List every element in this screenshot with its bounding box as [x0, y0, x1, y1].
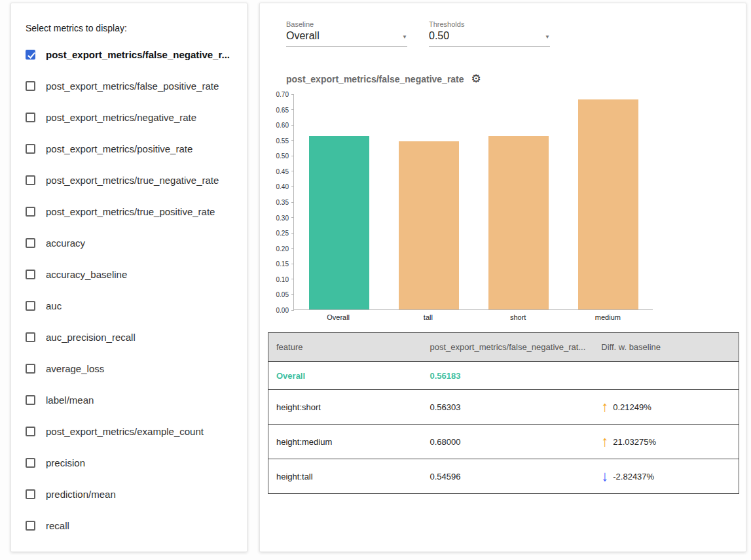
- table-row: height:tall0.54596↓-2.82437%: [268, 459, 739, 494]
- thresholds-select[interactable]: 0.50 ▼: [429, 30, 550, 47]
- y-axis-tick: [291, 279, 294, 279]
- x-axis-label: medium: [595, 313, 621, 321]
- metric-label: post_export_metrics/true_positive_rate: [46, 206, 215, 217]
- metric-item[interactable]: accuracy_baseline: [24, 258, 238, 290]
- table-row: height:short0.56303↑0.21249%: [268, 390, 739, 425]
- diff-cell: ↓-2.82437%: [593, 459, 739, 494]
- metric-checkbox[interactable]: [26, 175, 35, 185]
- metric-item[interactable]: post_export_metrics/positive_rate: [24, 133, 238, 164]
- thresholds-label: Thresholds: [429, 20, 550, 28]
- metric-item[interactable]: auc_precision_recall: [24, 321, 238, 353]
- metric-label: post_export_metrics/positive_rate: [46, 143, 192, 154]
- y-axis-tick-label: 0.40: [276, 183, 289, 190]
- metric-checkbox[interactable]: [26, 270, 35, 279]
- diff-cell: ↑21.03275%: [593, 425, 739, 459]
- metric-item[interactable]: post_export_metrics/false_negative_r...: [24, 39, 238, 70]
- y-axis-tick: [291, 294, 294, 295]
- metric-item[interactable]: post_export_metrics/true_positive_rate: [24, 196, 238, 227]
- value-cell: 0.56303: [422, 390, 594, 425]
- metric-item[interactable]: post_export_metrics/false_positive_rate: [24, 70, 238, 101]
- y-axis-tick: [291, 186, 294, 187]
- x-axis-label: short: [510, 313, 526, 321]
- table-header-cell: feature: [268, 333, 422, 362]
- diff-value: -2.82437%: [613, 472, 654, 481]
- bar-short[interactable]: [488, 136, 549, 309]
- metric-checkbox[interactable]: [26, 364, 35, 374]
- metric-checkbox[interactable]: [26, 81, 35, 91]
- metric-checkbox[interactable]: [26, 489, 35, 499]
- metric-checkbox[interactable]: [26, 521, 35, 531]
- diff-cell: [593, 362, 739, 390]
- metric-item[interactable]: average_loss: [24, 353, 238, 384]
- baseline-select[interactable]: Overall ▼: [286, 30, 407, 47]
- metric-item[interactable]: post_export_metrics/negative_rate: [24, 101, 238, 133]
- metric-item[interactable]: prediction/mean: [24, 478, 238, 510]
- metric-checkbox[interactable]: [26, 458, 35, 468]
- y-axis-tick-label: 0.30: [276, 214, 289, 221]
- table-header-cell: post_export_metrics/false_negative_rat..…: [422, 333, 594, 362]
- metric-checkbox[interactable]: [26, 207, 35, 217]
- metric-checkbox[interactable]: [26, 301, 35, 311]
- y-axis-tick-label: 0.20: [276, 245, 289, 252]
- y-axis-tick-label: 0.15: [276, 260, 289, 268]
- metric-checkbox[interactable]: [26, 395, 35, 405]
- metric-item[interactable]: auc: [24, 290, 238, 321]
- baseline-label: Baseline: [286, 20, 407, 28]
- y-axis-tick: [291, 125, 294, 126]
- chart-header: post_export_metrics/false_negative_rate …: [286, 73, 739, 84]
- y-axis-tick: [291, 156, 294, 156]
- y-axis-tick: [291, 248, 294, 249]
- bar-medium[interactable]: [578, 99, 638, 309]
- metric-item[interactable]: accuracy: [24, 227, 238, 258]
- y-axis-tick-label: 0.45: [276, 167, 289, 175]
- metric-checkbox[interactable]: [26, 50, 35, 60]
- fairness-indicators-page: Select metrics to display: post_export_m…: [0, 0, 751, 560]
- value-cell: 0.68000: [422, 425, 594, 459]
- gear-icon[interactable]: ⚙: [471, 73, 481, 84]
- feature-cell: height:short: [268, 390, 422, 425]
- baseline-value: Overall: [286, 30, 320, 42]
- metric-checkbox[interactable]: [26, 238, 35, 248]
- chart-title: post_export_metrics/false_negative_rate: [286, 74, 464, 84]
- metrics-table: featurepost_export_metrics/false_negativ…: [268, 332, 739, 494]
- up-arrow-icon: ↑: [601, 398, 608, 415]
- up-arrow-icon: ↑: [601, 433, 608, 449]
- bar-overall[interactable]: [309, 136, 369, 309]
- y-axis: 0.000.050.100.150.200.250.300.350.400.45…: [267, 94, 293, 310]
- metric-item[interactable]: post_export_metrics/example_count: [24, 415, 238, 447]
- metric-item[interactable]: recall: [24, 510, 238, 541]
- metric-label: post_export_metrics/false_negative_r...: [46, 49, 230, 60]
- metric-label: auc_precision_recall: [46, 332, 136, 343]
- diff-cell: ↑0.21249%: [593, 390, 739, 425]
- feature-cell: height:tall: [268, 459, 422, 494]
- metric-item[interactable]: post_export_metrics/true_negative_rate: [24, 164, 238, 196]
- metric-checkbox[interactable]: [26, 427, 35, 436]
- plot-area: [293, 94, 653, 310]
- y-axis-tick: [291, 140, 294, 141]
- metric-label: post_export_metrics/example_count: [46, 426, 204, 437]
- value-cell: 0.54596: [422, 459, 594, 494]
- metric-label: auc: [46, 300, 62, 311]
- results-panel: Baseline Overall ▼ Thresholds 0.50 ▼ pos…: [259, 3, 746, 552]
- metric-selector-panel: Select metrics to display: post_export_m…: [10, 3, 247, 552]
- metric-label: accuracy_baseline: [46, 269, 127, 280]
- bar-chart: 0.000.050.100.150.200.250.300.350.400.45…: [267, 94, 739, 322]
- table-header-cell: Diff. w. baseline: [593, 333, 739, 362]
- table-body: Overall0.56183height:short0.56303↑0.2124…: [268, 362, 739, 494]
- bar-tall[interactable]: [399, 141, 459, 309]
- metric-label: recall: [46, 520, 69, 531]
- y-axis-tick-label: 0.00: [276, 307, 289, 314]
- metric-list: post_export_metrics/false_negative_r...p…: [24, 39, 238, 541]
- table-head: featurepost_export_metrics/false_negativ…: [268, 333, 739, 362]
- y-axis-tick-label: 0.60: [276, 122, 289, 129]
- metric-item[interactable]: precision: [24, 447, 238, 478]
- metric-checkbox[interactable]: [26, 113, 35, 122]
- metric-checkbox[interactable]: [26, 144, 35, 154]
- metric-item[interactable]: label/mean: [24, 384, 238, 415]
- y-axis-tick: [291, 202, 294, 203]
- y-axis-tick-label: 0.70: [276, 91, 289, 98]
- y-axis-tick: [291, 217, 294, 218]
- metric-label: post_export_metrics/false_positive_rate: [46, 80, 219, 92]
- x-axis-label: tall: [424, 313, 433, 321]
- metric-checkbox[interactable]: [26, 332, 35, 342]
